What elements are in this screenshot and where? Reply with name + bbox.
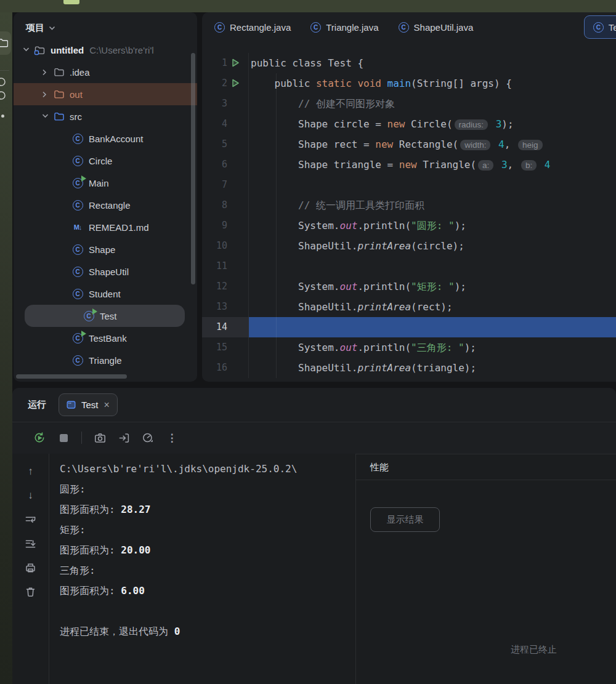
gutter: 3 [202, 94, 249, 114]
commit-tool-icon[interactable] [0, 76, 10, 103]
folder-icon [54, 67, 64, 77]
stop-icon[interactable] [60, 434, 68, 442]
tree-item-label: out [70, 89, 83, 100]
project-horizontal-scrollbar[interactable] [16, 374, 127, 379]
code-token: Shape circle = [251, 118, 387, 130]
code-token: out [340, 220, 358, 231]
tree-item-out[interactable]: out [14, 83, 197, 105]
soft-wrap-button[interactable] [24, 513, 38, 526]
code-token: // 创建不同图形对象 [298, 98, 395, 110]
code-token: "三角形: " [411, 342, 464, 353]
code-line-14[interactable]: 14 [202, 317, 616, 337]
tree-item-src[interactable]: src [14, 105, 197, 127]
tree-item-shape[interactable]: CShape [14, 238, 197, 260]
tree-item-icon-slot: C [71, 355, 84, 366]
code-line-5[interactable]: 5 Shape rect = new Rectangle(width: 4, h… [202, 134, 616, 155]
run-line-icon[interactable] [231, 79, 241, 89]
console-text: 三角形: [60, 565, 101, 576]
more-button[interactable]: ⋮ [164, 430, 179, 445]
console-text: 图形面积为: [60, 504, 121, 515]
project-tool-icon[interactable] [0, 31, 11, 55]
tree-item-icon-slot: C [71, 178, 84, 188]
code-token: (triangle); [411, 362, 476, 374]
gutter-icon-slot [231, 201, 241, 211]
tree-item-untitled[interactable]: untitledC:\Users\b're'ri'l [14, 39, 197, 61]
run-tab-test[interactable]: Test × [59, 393, 118, 416]
code-line-8[interactable]: 8 // 统一调用工具类打印面积 [202, 195, 616, 215]
gutter: 6 [202, 155, 249, 175]
inlay-hint: b: [521, 160, 537, 171]
code-line-4[interactable]: 4 Shape circle = new Circle(radius: 3); [202, 114, 616, 134]
gutter: 16 [202, 358, 249, 378]
tree-item-shapeutil[interactable]: CShapeUtil [14, 260, 197, 283]
gutter: 8 [202, 195, 249, 215]
chevron-collapsed-icon[interactable] [38, 69, 52, 76]
editor-tab-rectangle-java[interactable]: CRectangle.java [205, 12, 301, 42]
more-options-icon[interactable]: ⋮ [167, 432, 177, 445]
down-button[interactable]: ↓ [24, 489, 38, 502]
editor-tab-test-java[interactable]: CTest.java [584, 15, 616, 39]
tree-item-student[interactable]: CStudent [14, 283, 197, 305]
line-number: 10 [214, 236, 227, 256]
scroll-end-button[interactable] [24, 537, 38, 550]
rerun-button[interactable] [32, 430, 47, 445]
code-token: 3 [496, 118, 502, 130]
stop-button[interactable] [56, 430, 71, 445]
chevron-expanded-icon[interactable] [38, 113, 52, 120]
class-icon: C [593, 22, 604, 33]
tree-item-label: Main [89, 178, 109, 188]
code-line-16[interactable]: 16 ShapeUtil.printArea(triangle); [202, 358, 616, 378]
project-vertical-scrollbar[interactable] [191, 53, 195, 284]
tree-item-triangle[interactable]: CTriangle [14, 349, 197, 371]
tree-item-icon-slot: C [71, 267, 84, 277]
gutter-icon-slot [231, 180, 241, 190]
code-line-7[interactable]: 7 [202, 175, 616, 195]
close-icon[interactable]: × [104, 400, 110, 411]
chevron-collapsed-icon[interactable] [38, 91, 52, 98]
code-line-3[interactable]: 3 // 创建不同图形对象 [202, 94, 616, 114]
gutter: 15 [202, 337, 249, 358]
code-line-6[interactable]: 6 Shape triangle = new Triangle(a: 3, b:… [202, 155, 616, 175]
code-line-9[interactable]: 9 System.out.println("圆形: "); [202, 215, 616, 236]
tree-item-rectangle[interactable]: CRectangle [14, 194, 197, 216]
tree-item-circle[interactable]: CCircle [14, 150, 197, 172]
code-line-2[interactable]: 2 public static void main(String[] args)… [202, 73, 616, 94]
gutter-icon-slot [231, 160, 241, 170]
code-line-15[interactable]: 15 System.out.println("三角形: "); [202, 337, 616, 358]
code-token: public [251, 78, 316, 89]
tree-item-test[interactable]: CTest [25, 305, 185, 327]
profiler-button[interactable] [140, 430, 155, 445]
tree-item-remead1-md[interactable]: M↓REMEAD1.md [14, 216, 197, 238]
code-line-11[interactable]: 11 [202, 256, 616, 276]
inlay-hint: radius: [455, 119, 488, 130]
code-line-12[interactable]: 12 System.out.println("矩形: "); [202, 276, 616, 297]
screenshot-button[interactable] [92, 430, 107, 445]
code-line-1[interactable]: 1public class Test { [202, 53, 616, 73]
tree-item-bankaccount[interactable]: CBankAccount [14, 127, 197, 150]
console-output[interactable]: C:\Users\b're'ri'l\.jdks\openjdk-25.0.2\… [49, 454, 355, 684]
tree-item-testbank[interactable]: CTestBank [14, 327, 197, 349]
gutter: 10 [202, 236, 249, 256]
code-token: printArea [357, 362, 411, 374]
code-editor[interactable]: 1public class Test {2 public static void… [202, 42, 616, 378]
code-token: out [340, 342, 358, 353]
tree-item-icon-slot [52, 111, 65, 121]
gutter: 11 [202, 256, 249, 276]
attach-icon [118, 432, 130, 444]
up-button[interactable]: ↑ [24, 465, 38, 478]
project-header[interactable]: 项目 [14, 12, 197, 39]
code-line-13[interactable]: 13 ShapeUtil.printArea(rect); [202, 297, 616, 317]
code-text: public class Test { [249, 53, 616, 73]
attach-button[interactable] [116, 430, 131, 445]
chevron-expanded-icon[interactable] [18, 47, 33, 54]
clear-button[interactable] [24, 585, 38, 598]
tree-item--idea[interactable]: .idea [14, 61, 197, 83]
class-icon: C [73, 244, 83, 255]
code-line-10[interactable]: 10 ShapeUtil.printArea(circle); [202, 236, 616, 256]
run-line-icon[interactable] [231, 58, 241, 68]
show-results-button[interactable]: 显示结果 [370, 507, 440, 532]
tree-item-main[interactable]: CMain [14, 172, 197, 194]
print-button[interactable] [24, 561, 38, 574]
editor-tab-shapeutil-java[interactable]: CShapeUtil.java [389, 12, 484, 42]
editor-tab-triangle-java[interactable]: CTriangle.java [301, 12, 388, 42]
